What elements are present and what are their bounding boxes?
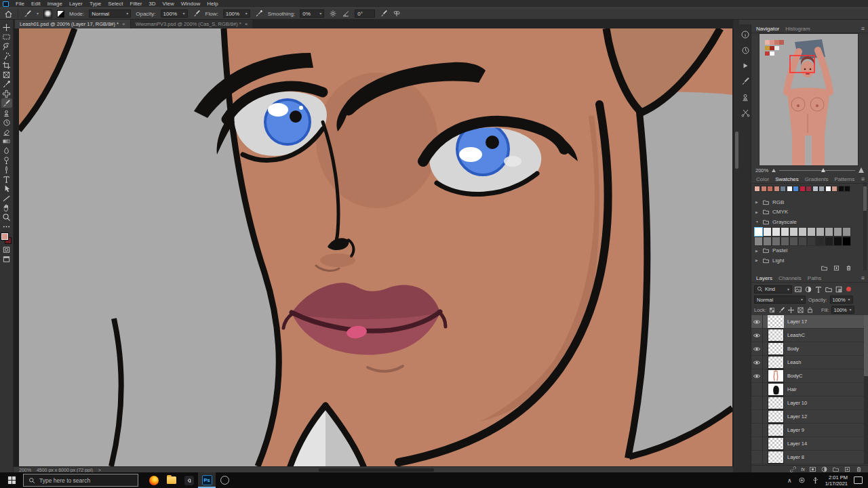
path-selection-tool[interactable] [1, 184, 12, 193]
clone-stamp-tool[interactable] [1, 108, 12, 117]
recent-swatch[interactable] [844, 186, 850, 192]
edit-toolbar-tool[interactable] [1, 222, 12, 231]
app-taskbar-icon[interactable] [180, 472, 198, 488]
angle-input[interactable]: 0° [355, 9, 375, 18]
layer-row[interactable]: Layer 9 [751, 424, 864, 437]
canvas-viewport[interactable] [14, 28, 733, 466]
new-swatch-button[interactable] [833, 264, 840, 272]
tray-expand-icon[interactable]: ∧ [787, 477, 792, 484]
menu-window[interactable]: Window [181, 0, 200, 7]
layer-visibility-eye-icon[interactable] [751, 329, 763, 342]
cut-panel-icon[interactable] [741, 108, 750, 117]
menu-type[interactable]: Type [90, 0, 101, 7]
recent-swatch[interactable] [818, 186, 825, 192]
file-explorer-taskbar-icon[interactable] [163, 472, 180, 488]
clone-source-panel-icon[interactable] [741, 92, 750, 102]
filter-adjustment-icon[interactable] [804, 285, 812, 293]
recent-swatch[interactable] [787, 186, 793, 192]
menu-layer[interactable]: Layer [69, 0, 83, 7]
link-layers-icon[interactable] [789, 466, 797, 473]
swatches-scrollbar[interactable] [863, 182, 867, 270]
recent-swatch[interactable] [774, 186, 780, 192]
tab-histogram[interactable]: Histogram [785, 26, 810, 32]
filter-smart-object-icon[interactable] [835, 285, 843, 293]
horizontal-scrollbar-thumb[interactable] [319, 468, 434, 472]
shape-tool[interactable] [1, 193, 12, 203]
lock-pixels-icon[interactable] [778, 306, 785, 314]
crop-tool[interactable] [1, 60, 12, 70]
layer-thumbnail[interactable] [768, 384, 783, 395]
menu-help[interactable]: Help [207, 0, 218, 7]
expand-icon[interactable]: ▶ [755, 249, 760, 253]
dodge-tool[interactable] [1, 155, 12, 165]
expand-icon[interactable]: ▶ [755, 210, 760, 214]
delete-layer-icon[interactable] [855, 466, 863, 473]
tab-gradients[interactable]: Gradients [805, 176, 829, 182]
layer-fill-input[interactable]: 100%▾ [831, 306, 854, 314]
swatch-group-grayscale[interactable]: ▼Grayscale [751, 217, 868, 227]
new-layer-icon[interactable] [844, 466, 851, 473]
firefox-taskbar-icon[interactable] [145, 472, 163, 488]
zoom-tool[interactable] [1, 212, 12, 222]
layer-name[interactable]: Layer 17 [787, 319, 807, 325]
foreground-color-swatch[interactable] [1, 233, 8, 240]
lasso-tool[interactable] [1, 41, 12, 51]
panel-menu-icon[interactable]: ≡ [861, 274, 865, 281]
swatches-scrollbar-thumb[interactable] [863, 186, 867, 211]
layer-row[interactable]: Layer 14 [751, 437, 864, 451]
pen-tool[interactable] [1, 165, 12, 174]
swatch[interactable] [842, 227, 851, 237]
layer-thumbnail[interactable] [768, 343, 783, 354]
layer-style-icon[interactable]: fx [801, 466, 805, 472]
expand-icon[interactable]: ▼ [755, 220, 760, 224]
swatch[interactable] [816, 237, 825, 246]
zoom-out-icon[interactable] [772, 169, 776, 172]
airbrush-icon[interactable] [255, 9, 263, 18]
expand-icon[interactable]: ▶ [755, 258, 760, 262]
brush-settings-panel-icon[interactable] [741, 77, 750, 86]
taskbar-clock[interactable]: 2:01 PM 1/17/2021 [825, 474, 848, 487]
menu-view[interactable]: View [163, 0, 174, 7]
navigator-thumbnail[interactable] [760, 34, 858, 165]
swatch[interactable] [798, 237, 807, 246]
photoshop-taskbar-icon[interactable]: Ps [198, 472, 216, 488]
hand-tool[interactable] [1, 203, 12, 212]
layer-thumbnail[interactable] [768, 370, 783, 382]
action-center-icon[interactable] [854, 476, 863, 484]
swatch[interactable] [825, 227, 833, 237]
swatch[interactable] [781, 237, 789, 246]
layer-blend-mode-select[interactable]: Normal▾ [754, 296, 806, 304]
color-swatches[interactable] [1, 233, 12, 245]
layer-opacity-input[interactable]: 100%▾ [830, 296, 853, 304]
layer-name[interactable]: Body [787, 346, 799, 352]
layer-thumbnail[interactable] [768, 397, 783, 409]
swatch-group-cmyk[interactable]: ▶CMYK [751, 207, 868, 218]
add-mask-icon[interactable] [809, 466, 816, 473]
status-expander[interactable]: > [98, 468, 101, 472]
recent-swatch[interactable] [831, 186, 837, 192]
expand-icon[interactable]: ▶ [755, 200, 760, 204]
layer-name[interactable]: Layer 10 [787, 400, 807, 406]
layer-thumbnail[interactable] [768, 411, 783, 422]
layer-visibility-empty[interactable] [751, 451, 763, 464]
lock-all-icon[interactable] [806, 306, 814, 314]
swatch[interactable] [754, 237, 763, 246]
layer-row[interactable]: BodyC [751, 369, 864, 383]
move-tool[interactable] [1, 22, 12, 32]
document-tab-inactive[interactable]: WwomanPV3.psd @ 200% (Cas_S, RGB/8#) *× [131, 20, 253, 28]
filter-toggle-icon[interactable] [846, 287, 851, 291]
layer-thumbnail[interactable] [768, 329, 783, 341]
info-panel-icon[interactable] [741, 30, 750, 39]
chevron-down-icon[interactable]: ▾ [37, 12, 39, 16]
symmetry-icon[interactable] [393, 9, 401, 18]
history-panel-icon[interactable] [741, 45, 750, 55]
recent-swatch[interactable] [780, 186, 786, 192]
brush-panel-toggle-icon[interactable] [57, 10, 64, 18]
layer-visibility-eye-icon[interactable] [751, 315, 763, 329]
layer-row[interactable]: Layer 17 [751, 315, 864, 329]
layer-row[interactable]: Body [751, 342, 864, 356]
flow-select[interactable]: 100%▾ [223, 9, 250, 18]
blur-tool[interactable] [1, 146, 12, 155]
swatch[interactable] [772, 237, 781, 246]
tab-patterns[interactable]: Patterns [835, 176, 855, 182]
